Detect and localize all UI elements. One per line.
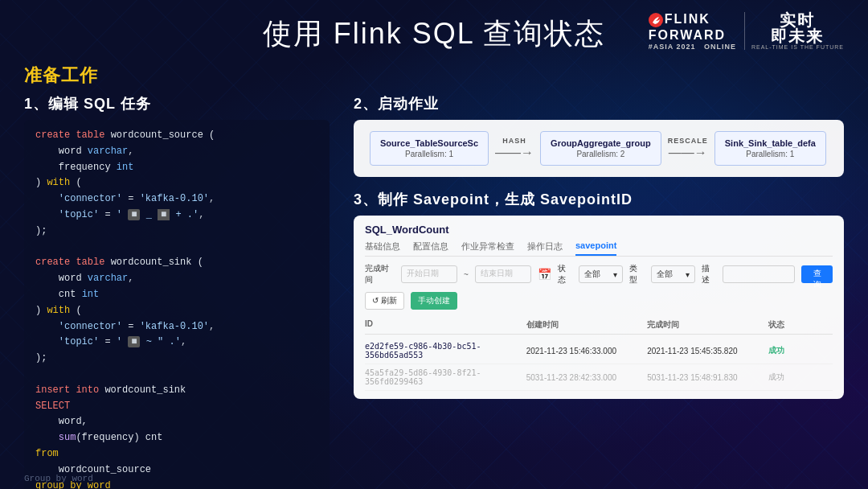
real-time-logo: 实时 即未来 REAL-TIME IS THE FUTURE xyxy=(744,12,844,50)
pipeline-node-3: Sink_Sink_table_defa Parallelism: 1 xyxy=(714,131,826,166)
pipeline-diagram: Source_TableSourceSc Parallelism: 1 HASH… xyxy=(354,120,844,177)
chevron-down-icon: ▾ xyxy=(613,270,617,279)
real-time-en: REAL-TIME IS THE FUTURE xyxy=(751,44,844,50)
sp-desc-input[interactable] xyxy=(723,265,795,283)
pipeline-node-1: Source_TableSourceSc Parallelism: 1 xyxy=(370,131,489,166)
code-line-15: ); xyxy=(35,351,318,367)
sp-col-id: ID xyxy=(365,319,526,331)
sp-row2-completed: 5031-11-23 15:48:91.830 xyxy=(647,373,768,382)
sp-row2-id: 45a5fa29-5d86-4930-8f21-356fd0299463 xyxy=(365,368,526,386)
code-line-18: SELECT xyxy=(35,399,318,415)
code-line-19: word, xyxy=(35,414,318,430)
table-row: e2d2fe59-c986-4b30-bc51-356bd65ad553 202… xyxy=(365,338,833,364)
sp-col-created: 创建时间 xyxy=(526,319,648,331)
pipeline-node-1-name: Source_TableSourceSc xyxy=(380,138,478,148)
sp-col-status: 状态 xyxy=(768,319,833,331)
section-label: 准备工作 xyxy=(0,62,868,94)
pipeline-node-2-sub: Parallelism: 2 xyxy=(551,150,651,158)
pipeline-node-3-sub: Parallelism: 1 xyxy=(725,150,816,158)
code-line-17: insert into wordcount_sink xyxy=(35,383,318,399)
sp-row2-created: 5031-11-23 28:42:33.000 xyxy=(526,373,648,382)
sp-date-sep: ~ xyxy=(464,270,469,279)
real-time-cn-1: 实时 xyxy=(780,12,815,28)
sp-actions: ↺ 刷新 手动创建 xyxy=(365,292,833,310)
logo-area: FLINKFORWARD #ASIA 2021 ONLINE 实时 即未来 RE… xyxy=(649,11,844,51)
sp-tab-savepoint[interactable]: savepoint xyxy=(575,240,616,256)
sp-tabs: 基础信息 配置信息 作业异常检查 操作日志 savepoint xyxy=(365,240,833,257)
pipeline-arrow-1-line: ——→ xyxy=(495,146,534,160)
code-line-7: ); xyxy=(35,224,318,240)
sp-status-select[interactable]: 全部 ▾ xyxy=(579,265,623,283)
sp-tab-exception[interactable]: 作业异常检查 xyxy=(461,240,514,256)
step3-title: 3、制作 Savepoint，生成 SavepointID xyxy=(354,190,844,209)
code-line-1: create table wordcount_source ( xyxy=(35,128,318,144)
flink-bird-icon xyxy=(649,13,663,27)
sp-tab-basic[interactable]: 基础信息 xyxy=(365,240,400,256)
pipeline-node-2-name: GroupAggregate_group xyxy=(551,138,651,148)
code-line-11: cnt int xyxy=(35,287,318,303)
flink-forward-logo: FLINKFORWARD #ASIA 2021 ONLINE xyxy=(649,11,736,51)
sp-calendar-icon: 📅 xyxy=(538,268,551,281)
code-line-13: 'connector' = 'kafka-0.10', xyxy=(35,319,318,335)
code-line-12: ) with ( xyxy=(35,303,318,319)
chevron-down-icon-2: ▾ xyxy=(686,270,690,279)
pipeline-arrow-2-label: RESCALE xyxy=(668,137,708,145)
sp-col-completed: 完成时间 xyxy=(647,319,768,331)
pipeline-arrow-2-line: ——→ xyxy=(669,146,707,160)
sp-row1-completed: 2021-11-23 15:45:35.820 xyxy=(647,347,768,355)
refresh-icon: ↺ xyxy=(372,296,379,305)
sp-tab-config[interactable]: 配置信息 xyxy=(413,240,448,256)
left-panel: 1、编辑 SQL 任务 create table wordcount_sourc… xyxy=(24,94,330,489)
sp-row2-status: 成功 xyxy=(768,372,833,383)
code-line-14: 'topic' = ' ■ ~ " .', xyxy=(35,335,318,351)
pipeline-node-3-name: Sink_Sink_table_defa xyxy=(725,138,816,148)
code-line-5: 'connector' = 'kafka-0.10', xyxy=(35,191,318,208)
code-line-21: from xyxy=(35,446,318,462)
sp-type-select[interactable]: 全部 ▾ xyxy=(651,265,695,283)
section-label-text: 准备工作 xyxy=(24,65,98,85)
pipeline-arrow-2: RESCALE ——→ xyxy=(668,137,708,160)
code-block: create table wordcount_source ( word var… xyxy=(24,120,330,489)
sp-tab-log[interactable]: 操作日志 xyxy=(527,240,563,256)
code-line-9: create table wordcount_sink ( xyxy=(35,255,318,271)
real-time-cn-2: 即未来 xyxy=(771,28,824,44)
pipeline-node-2: GroupAggregate_group Parallelism: 2 xyxy=(540,131,661,166)
flink-forward-subtitle: #ASIA 2021 ONLINE xyxy=(649,43,736,51)
step3-area: 3、制作 Savepoint，生成 SavepointID SQL_WordCo… xyxy=(354,190,844,399)
savepoint-ui: SQL_WordCount 基础信息 配置信息 作业异常检查 操作日志 save… xyxy=(354,216,844,399)
code-line-3: frequency int xyxy=(35,160,318,176)
sp-search-button[interactable]: 查询 xyxy=(801,265,833,283)
sp-start-date[interactable]: 开始日期 xyxy=(401,265,457,283)
code-line-16 xyxy=(35,367,318,383)
sp-row1-id: e2d2fe59-c986-4b30-bc51-356bd65ad553 xyxy=(365,342,526,360)
sp-refresh-button[interactable]: ↺ 刷新 xyxy=(365,292,404,310)
sp-status-label: 状态 xyxy=(558,263,573,286)
sp-time-label: 完成时间 xyxy=(365,263,395,286)
sp-manual-create-button[interactable]: 手动创建 xyxy=(411,292,457,310)
sp-end-date[interactable]: 结束日期 xyxy=(475,265,531,283)
sp-row1-status: 成功 xyxy=(768,345,833,356)
main-content: 1、编辑 SQL 任务 create table wordcount_sourc… xyxy=(0,94,868,489)
sp-row1-created: 2021-11-23 15:46:33.000 xyxy=(526,347,648,355)
pipeline-arrow-1-label: HASH xyxy=(502,137,526,145)
code-line-20: sum(frequency) cnt xyxy=(35,430,318,446)
right-panel: 2、启动作业 Source_TableSourceSc Parallelism:… xyxy=(330,94,844,489)
pipeline-arrow-1: HASH ——→ xyxy=(495,137,534,160)
pipeline-node-1-sub: Parallelism: 1 xyxy=(380,150,478,158)
bottom-scroll-area: Group by word xyxy=(24,470,93,484)
sp-type-label: 类型 xyxy=(629,263,645,286)
step2-title: 2、启动作业 xyxy=(354,94,844,113)
header: 使用 Flink SQL 查询状态 FLINKFORWARD #ASIA 202… xyxy=(0,0,868,62)
sp-table-header: ID 创建时间 完成时间 状态 xyxy=(365,316,833,335)
bottom-code-hint: Group by word xyxy=(24,474,93,483)
code-line-8 xyxy=(35,240,318,256)
code-line-6: 'topic' = ' ■ _ ■ + .', xyxy=(35,208,318,224)
sp-job-title: SQL_WordCount xyxy=(365,224,833,236)
code-line-10: word varchar, xyxy=(35,271,318,287)
code-line-4: ) with ( xyxy=(35,175,318,191)
step1-title: 1、编辑 SQL 任务 xyxy=(24,94,330,113)
code-line-2: word varchar, xyxy=(35,144,318,160)
sp-filters: 完成时间 开始日期 ~ 结束日期 📅 状态 全部 ▾ 类型 全部 ▾ 描述 xyxy=(365,263,833,286)
sp-desc-label: 描述 xyxy=(702,263,717,286)
table-row: 45a5fa29-5d86-4930-8f21-356fd0299463 503… xyxy=(365,364,833,391)
